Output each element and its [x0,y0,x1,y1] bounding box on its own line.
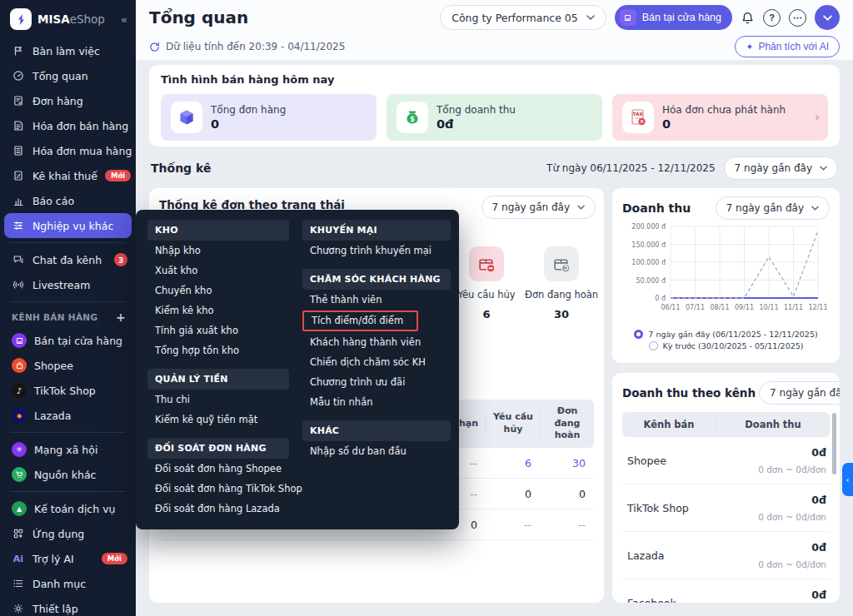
sidebar-item[interactable]: ♪TikTok Shop [0,378,136,403]
sidebar-item[interactable]: Tổng quan [0,63,136,88]
cancel-requests-stat[interactable]: Yêu cầu hủy 6 [450,246,523,320]
sidebar-item[interactable]: Bán tại cửa hàng [0,328,136,353]
panel-collapse-tab[interactable]: ‹ [842,463,853,496]
sidebar-item[interactable]: Hóa đơn bán hàng [0,113,136,138]
stats-section-header: Thống kê Từ ngày 06/11/2025 - 12/11/2025… [151,156,838,180]
menu-section: KHÁCNhập số dư ban đầu [302,420,451,461]
sidebar-item-label: Nghiệp vụ khác [32,220,113,232]
channel-revenue-row[interactable]: Lazada0đ0 đơn ~ 0đ/đơn [622,532,830,579]
menu-item[interactable]: Thẻ thành viên [302,290,451,310]
sidebar-item[interactable]: Danh mục [0,571,136,596]
menu-item[interactable]: Kiểm kê kho [147,301,289,320]
menu-item[interactable]: Nhập số dư ban đầu [302,441,451,461]
add-channel-icon[interactable]: + [116,310,126,324]
chevron-right-icon[interactable]: › [815,110,820,125]
sidebar-main-nav: Bàn làm việcTổng quanĐơn hàngHóa đơn bán… [0,38,136,297]
menu-item[interactable]: Chương trình khuyến mại [302,241,451,261]
revenue-range-selector[interactable]: 7 ngày gần đây [716,196,830,220]
channel-revenue-row[interactable]: Shopee0đ0 đơn ~ 0đ/đơn [622,437,830,484]
divider [10,242,126,243]
sidebar-item[interactable]: ✳Mạng xã hội [0,437,136,462]
sidebar-item[interactable]: Ứng dụng [0,521,136,546]
menu-section: KHONhập khoXuất khoChuyển khoKiểm kê kho… [147,220,289,360]
sidebar-item[interactable]: Chat đa kênh3 [0,247,136,272]
menu-section-header: CHĂM SÓC KHÁCH HÀNG [302,269,451,290]
radio-unselected-icon[interactable] [649,341,658,350]
chevron-down-icon [820,166,827,171]
menu-item[interactable]: Xuất kho [147,261,289,281]
sidebar-item[interactable]: Kê khai thuếMới [0,163,136,188]
menu-section-header: KHUYẾN MẠI [302,220,451,241]
notifications-bell-icon[interactable] [741,11,755,25]
menu-item[interactable]: Chiến dịch chăm sóc KH [302,352,451,372]
sidebar-item[interactable]: Livestream [0,272,136,297]
menu-item[interactable]: Tổng hợp tồn kho [147,340,289,360]
menu-section-header: KHO [147,220,289,241]
total-revenue-tile[interactable]: $ Tổng doanh thu 0đ [387,94,602,141]
sidebar-item[interactable]: ◆Lazada [0,403,136,428]
divider [10,301,126,302]
unissued-invoices-tile[interactable]: TAX Hóa đơn chưa phát hành 0 › [612,94,828,141]
more-options-icon[interactable]: ⋯ [789,9,806,27]
sidebar-item[interactable]: Hóa đơn mua hàng [0,138,136,163]
channel-revenue-table-header: Kênh bán Doanh thu [622,412,830,437]
company-selector[interactable]: Công ty Performance 05 [440,5,606,30]
account-avatar[interactable] [815,5,840,30]
menu-item[interactable]: Chương trình ưu đãi [302,372,451,392]
sidebar-item[interactable]: Báo cáo [0,188,136,213]
menu-item[interactable]: Đối soát đơn hàng Lazada [147,499,289,519]
svg-text:200.000 đ: 200.000 đ [631,223,666,231]
stats-range-selector[interactable]: 7 ngày gần đây [724,156,838,180]
menu-item[interactable]: Kiểm kê quỹ tiền mặt [147,410,289,430]
sidebar-item[interactable]: Đơn hàng [0,88,136,113]
radio-selected-icon[interactable] [634,330,643,339]
svg-text:100.000 đ: 100.000 đ [631,259,666,266]
refresh-icon[interactable] [149,42,160,52]
sidebar-item[interactable]: Thiết lập [0,596,136,616]
sidebar-item[interactable]: Nguồn khác [0,462,136,487]
channel-revenue-row[interactable]: TikTok Shop0đ0 đơn ~ 0đ/đơn [622,484,830,532]
returning-orders-stat[interactable]: Đơn đang hoàn 30 [525,246,598,320]
menu-item[interactable]: Tích điểm/đổi điểm [302,310,418,331]
sidebar-item[interactable]: AiTrợ lý AIMới [0,546,136,571]
menu-item[interactable]: Mẫu tin nhắn [302,392,451,412]
menu-item[interactable]: Chuyển kho [147,281,289,301]
sidebar-item-label: Kê khai thuế [32,170,97,182]
chat-icon [12,253,25,266]
sidebar-item-label: Hóa đơn bán hàng [32,120,128,132]
page-title: Tổng quan [149,7,248,27]
store-mode-button[interactable]: Bán tại cửa hàng [615,5,732,30]
sidebar-collapse-icon[interactable]: « [121,13,127,26]
channel-revenue-value: 0đ [811,589,826,601]
channel-icon [12,358,27,373]
sidebar-item[interactable]: Nghiệp vụ khác [4,213,132,238]
ai-analyze-button[interactable]: ✦ Phân tích với AI [735,36,840,57]
sidebar-item[interactable]: Bàn làm việc [0,38,136,63]
menu-item[interactable]: Nhập kho [147,241,289,261]
menu-item[interactable]: Khách hàng thành viên [302,332,451,352]
svg-text:12/11: 12/11 [808,304,827,311]
channel-revenue-row[interactable]: Facebook0đ [622,579,830,603]
menu-item[interactable]: Đối soát đơn hàng Shopee [147,459,289,479]
menu-item[interactable]: Đối soát đơn hàng TikTok Shop [147,479,289,499]
total-orders-tile[interactable]: Tổng đơn hàng 0 [161,94,377,141]
sidebar-item[interactable]: Shopee [0,353,136,378]
livestream-icon [12,278,25,291]
channel-revenue-range-selector[interactable]: 7 ngày gần đây [759,381,840,405]
order-status-range-selector[interactable]: 7 ngày gần đây [481,196,596,219]
legend-current-period[interactable]: 7 ngày gần đây (06/11/2025 - 12/11/2025) [622,330,830,339]
table-scrollbar[interactable] [832,413,836,474]
menu-item[interactable]: Tính giá xuất kho [147,320,289,340]
help-icon[interactable]: ? [763,9,781,27]
sidebar-item-label: Bán tại cửa hàng [34,335,122,347]
topbar: Tổng quan Công ty Performance 05 Bán tại… [136,0,853,60]
menu-item[interactable]: Thu chi [147,390,289,410]
ai-assistant-icon: Ai [12,552,25,565]
sidebar-item-label: TikTok Shop [34,385,96,397]
legend-previous-period[interactable]: Kỳ trước (30/10/2025 - 05/11/2025) [622,341,830,350]
sidebar-item[interactable]: ▲Kế toán dịch vụ [0,496,136,521]
sidebar-item-label: Báo cáo [32,195,74,207]
status-table-column: Đơn đang hoàn [540,410,594,438]
svg-text:07/11: 07/11 [686,304,705,311]
menu-section: QUẢN LÝ TIỀNThu chiKiểm kê quỹ tiền mặt [147,369,289,430]
